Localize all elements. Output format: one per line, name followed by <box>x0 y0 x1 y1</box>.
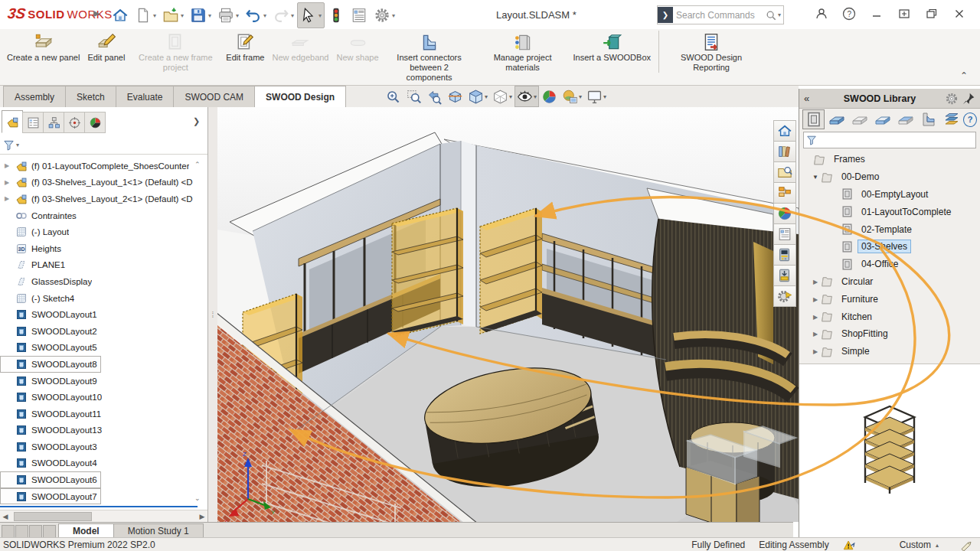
library-tree-item[interactable]: 01-LayoutToComplete <box>799 203 980 220</box>
headsup-button[interactable] <box>424 86 445 107</box>
filter-icon[interactable] <box>3 139 15 151</box>
library-filter-button[interactable] <box>917 109 939 129</box>
tree-horizontal-scrollbar[interactable]: ◀ ▶ <box>0 510 207 523</box>
model-tab[interactable]: Motion Study 1 <box>113 523 204 538</box>
task-pane-button[interactable] <box>773 141 796 162</box>
feature-tree-item[interactable]: (-) Sketch4 <box>0 290 198 307</box>
feature-manager-tab[interactable] <box>22 112 44 133</box>
feature-tree-item[interactable]: SWOODLayout9 <box>0 373 198 390</box>
graphics-viewport[interactable]: Z X Y <box>217 107 799 522</box>
ribbon-button[interactable]: Create a new panel <box>3 31 83 63</box>
task-pane-button[interactable] <box>773 265 796 286</box>
sheet-nav-button[interactable] <box>29 525 42 538</box>
headsup-button[interactable] <box>514 86 539 107</box>
feature-tree-item[interactable]: (f) 03-Shelves_Layout_2<1> (Default) <D <box>0 191 198 207</box>
scroll-right-arrow[interactable]: ▶ <box>197 513 207 520</box>
task-pane-button[interactable] <box>773 285 796 307</box>
ribbon-button[interactable]: New shape <box>333 31 383 63</box>
expand-arrow-icon[interactable] <box>5 195 15 202</box>
library-filter-button[interactable] <box>871 109 893 129</box>
library-tree-item[interactable]: 02-Template <box>799 220 980 238</box>
feature-tree-item[interactable]: PLANE1 <box>0 257 198 274</box>
feature-tree-item[interactable]: (f) 01-LayoutToComplete_ShoesCounter <box>0 158 198 174</box>
headsup-button[interactable] <box>539 86 560 107</box>
quick-toolbar-button[interactable] <box>242 2 270 28</box>
feature-tree-item[interactable]: SWOODLayout13 <box>0 422 198 439</box>
feature-tree-item[interactable]: SWOODLayout10 <box>0 389 198 406</box>
viewport-window-control[interactable] <box>751 87 768 103</box>
expand-arrow-icon[interactable] <box>5 162 15 169</box>
headsup-button[interactable] <box>466 86 490 107</box>
feature-tree-item[interactable]: Contraintes <box>0 207 198 224</box>
library-filter-button[interactable] <box>825 109 848 129</box>
expand-arrow-icon[interactable] <box>5 179 15 186</box>
status-configuration[interactable]: Custom ▴ <box>900 540 939 550</box>
library-expand-arrow[interactable] <box>810 278 821 285</box>
viewport-window-control[interactable] <box>771 87 788 103</box>
command-tab[interactable]: Sketch <box>65 86 116 107</box>
ribbon-button[interactable]: Edit frame <box>222 31 268 63</box>
library-pin-icon[interactable] <box>962 92 975 106</box>
quick-toolbar-button[interactable] <box>159 2 187 28</box>
quick-toolbar-button[interactable] <box>109 2 132 28</box>
library-filter-button[interactable] <box>894 109 916 129</box>
ribbon-button[interactable]: SWOOD Design Reporting <box>658 31 758 73</box>
library-filter-box[interactable] <box>803 132 976 148</box>
status-tag-icon[interactable] <box>960 539 972 551</box>
feature-tree-item[interactable]: SWOODLayout4 <box>0 455 198 472</box>
ribbon-button[interactable]: Insert a SWOODBox <box>570 31 655 63</box>
feature-tree-item[interactable]: SWOODLayout6 <box>0 471 101 488</box>
quick-toolbar-button[interactable] <box>132 2 159 28</box>
tree-scroll-down-arrow[interactable]: ⌄ <box>194 494 201 502</box>
viewport-window-control[interactable] <box>711 87 728 103</box>
sheet-nav-button[interactable] <box>15 525 28 538</box>
headsup-button[interactable] <box>445 86 466 107</box>
search-icon[interactable] <box>766 10 776 21</box>
feature-tree-item[interactable]: SWOODLayout1 <box>0 306 198 323</box>
titlebar-control-button[interactable] <box>948 3 971 24</box>
library-expand-arrow[interactable] <box>810 173 821 181</box>
library-help-icon[interactable]: ? <box>963 112 977 127</box>
feature-tree-item[interactable]: SWOODLayout11 <box>0 406 198 422</box>
titlebar-control-button[interactable]: ? <box>838 3 861 24</box>
library-filter-button[interactable] <box>848 109 871 129</box>
feature-tree-item[interactable]: SWOODLayout8 <box>0 356 101 373</box>
command-tab[interactable]: Assembly <box>3 86 66 107</box>
titlebar-control-button[interactable] <box>893 3 916 24</box>
feature-manager-tab[interactable] <box>2 110 23 133</box>
library-expand-arrow[interactable] <box>810 313 821 321</box>
library-tree-item[interactable]: Frames <box>799 151 980 168</box>
feature-tree-item[interactable]: (-) Layout <box>0 223 198 240</box>
sheet-nav-button[interactable] <box>43 525 56 538</box>
sheet-nav-button[interactable] <box>2 525 15 538</box>
library-tree-item[interactable]: Circular <box>799 273 980 291</box>
task-pane-button[interactable] <box>773 223 796 245</box>
ribbon-button[interactable]: Edit panel <box>83 31 129 63</box>
configuration-dropdown-arrow[interactable]: ▴ <box>936 542 939 549</box>
library-tree-item[interactable]: 04-Office <box>799 256 980 273</box>
quick-toolbar-button[interactable] <box>270 2 297 28</box>
feature-tree-item[interactable]: SWOODLayout3 <box>0 439 198 455</box>
ribbon-button[interactable]: Insert connectors between 2 components <box>383 31 476 83</box>
feature-manager-tab[interactable] <box>64 112 85 133</box>
model-tab[interactable]: Model <box>58 523 114 538</box>
headsup-button[interactable] <box>490 86 514 107</box>
command-tab[interactable]: Evaluate <box>116 86 175 107</box>
panel-collapse-icon[interactable]: « <box>804 93 818 104</box>
library-tree-item[interactable]: 03-Shelves <box>799 238 980 256</box>
search-dropdown-arrow[interactable]: ▾ <box>778 11 781 18</box>
scene-3d[interactable]: Z X Y <box>217 107 799 522</box>
headsup-button[interactable] <box>403 86 424 107</box>
task-pane-button[interactable] <box>773 120 796 142</box>
scroll-left-arrow[interactable]: ◀ <box>0 513 11 520</box>
library-settings-gear-icon[interactable] <box>945 92 959 106</box>
command-tab[interactable]: SWOOD CAM <box>173 86 255 107</box>
library-tree-item[interactable]: Furniture <box>799 290 980 308</box>
viewport-window-control[interactable] <box>691 87 708 103</box>
feature-tree-item[interactable]: (f) 03-Shelves_Layout_1<1> (Default) <D <box>0 174 198 191</box>
tree-filter-row[interactable]: ▾ <box>0 136 207 155</box>
quick-toolbar-button[interactable] <box>214 2 242 28</box>
ribbon-button[interactable]: Manage project materials <box>476 31 570 73</box>
headsup-button[interactable] <box>383 86 403 107</box>
titlebar-control-button[interactable] <box>920 3 943 24</box>
